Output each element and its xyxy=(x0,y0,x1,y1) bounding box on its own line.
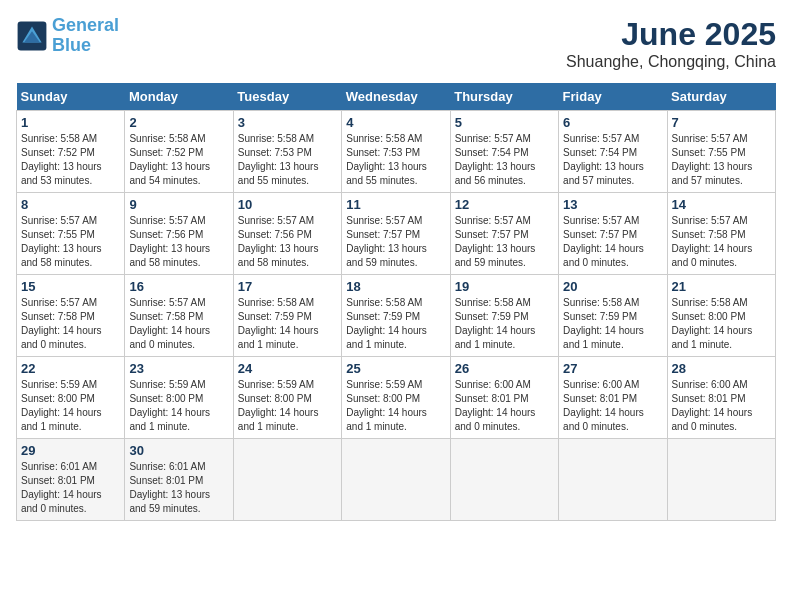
day-number: 3 xyxy=(238,115,337,130)
day-number: 12 xyxy=(455,197,554,212)
day-number: 7 xyxy=(672,115,771,130)
day-number: 2 xyxy=(129,115,228,130)
table-cell xyxy=(559,439,667,521)
day-number: 14 xyxy=(672,197,771,212)
title-block: June 2025 Shuanghe, Chongqing, China xyxy=(566,16,776,71)
day-number: 21 xyxy=(672,279,771,294)
week-row-4: 22Sunrise: 5:59 AMSunset: 8:00 PMDayligh… xyxy=(17,357,776,439)
day-number: 6 xyxy=(563,115,662,130)
day-info: Sunrise: 5:58 AMSunset: 7:53 PMDaylight:… xyxy=(238,132,337,188)
table-cell xyxy=(667,439,775,521)
day-info: Sunrise: 5:58 AMSunset: 7:59 PMDaylight:… xyxy=(455,296,554,352)
logo: General Blue xyxy=(16,16,119,56)
day-info: Sunrise: 5:58 AMSunset: 7:59 PMDaylight:… xyxy=(346,296,445,352)
col-wednesday: Wednesday xyxy=(342,83,450,111)
day-info: Sunrise: 5:57 AMSunset: 7:57 PMDaylight:… xyxy=(563,214,662,270)
col-tuesday: Tuesday xyxy=(233,83,341,111)
day-info: Sunrise: 5:57 AMSunset: 7:56 PMDaylight:… xyxy=(238,214,337,270)
day-info: Sunrise: 5:58 AMSunset: 7:52 PMDaylight:… xyxy=(129,132,228,188)
table-cell xyxy=(342,439,450,521)
day-number: 27 xyxy=(563,361,662,376)
table-cell: 4Sunrise: 5:58 AMSunset: 7:53 PMDaylight… xyxy=(342,111,450,193)
day-info: Sunrise: 5:58 AMSunset: 7:59 PMDaylight:… xyxy=(563,296,662,352)
day-info: Sunrise: 5:57 AMSunset: 7:58 PMDaylight:… xyxy=(129,296,228,352)
day-info: Sunrise: 6:00 AMSunset: 8:01 PMDaylight:… xyxy=(455,378,554,434)
logo-icon xyxy=(16,20,48,52)
table-cell: 12Sunrise: 5:57 AMSunset: 7:57 PMDayligh… xyxy=(450,193,558,275)
day-number: 22 xyxy=(21,361,120,376)
day-info: Sunrise: 5:57 AMSunset: 7:58 PMDaylight:… xyxy=(21,296,120,352)
day-number: 28 xyxy=(672,361,771,376)
table-cell: 29Sunrise: 6:01 AMSunset: 8:01 PMDayligh… xyxy=(17,439,125,521)
day-number: 5 xyxy=(455,115,554,130)
day-number: 9 xyxy=(129,197,228,212)
table-cell: 13Sunrise: 5:57 AMSunset: 7:57 PMDayligh… xyxy=(559,193,667,275)
day-number: 16 xyxy=(129,279,228,294)
day-info: Sunrise: 5:57 AMSunset: 7:54 PMDaylight:… xyxy=(563,132,662,188)
week-row-2: 8Sunrise: 5:57 AMSunset: 7:55 PMDaylight… xyxy=(17,193,776,275)
table-cell: 22Sunrise: 5:59 AMSunset: 8:00 PMDayligh… xyxy=(17,357,125,439)
day-info: Sunrise: 6:01 AMSunset: 8:01 PMDaylight:… xyxy=(21,460,120,516)
day-number: 26 xyxy=(455,361,554,376)
table-cell: 8Sunrise: 5:57 AMSunset: 7:55 PMDaylight… xyxy=(17,193,125,275)
table-cell: 15Sunrise: 5:57 AMSunset: 7:58 PMDayligh… xyxy=(17,275,125,357)
day-info: Sunrise: 5:59 AMSunset: 8:00 PMDaylight:… xyxy=(238,378,337,434)
table-cell: 11Sunrise: 5:57 AMSunset: 7:57 PMDayligh… xyxy=(342,193,450,275)
table-cell: 27Sunrise: 6:00 AMSunset: 8:01 PMDayligh… xyxy=(559,357,667,439)
table-cell: 7Sunrise: 5:57 AMSunset: 7:55 PMDaylight… xyxy=(667,111,775,193)
table-cell: 2Sunrise: 5:58 AMSunset: 7:52 PMDaylight… xyxy=(125,111,233,193)
table-cell: 9Sunrise: 5:57 AMSunset: 7:56 PMDaylight… xyxy=(125,193,233,275)
table-cell: 23Sunrise: 5:59 AMSunset: 8:00 PMDayligh… xyxy=(125,357,233,439)
table-cell: 30Sunrise: 6:01 AMSunset: 8:01 PMDayligh… xyxy=(125,439,233,521)
day-info: Sunrise: 5:58 AMSunset: 7:52 PMDaylight:… xyxy=(21,132,120,188)
table-cell: 6Sunrise: 5:57 AMSunset: 7:54 PMDaylight… xyxy=(559,111,667,193)
day-info: Sunrise: 6:01 AMSunset: 8:01 PMDaylight:… xyxy=(129,460,228,516)
day-info: Sunrise: 5:57 AMSunset: 7:57 PMDaylight:… xyxy=(455,214,554,270)
col-sunday: Sunday xyxy=(17,83,125,111)
day-info: Sunrise: 5:57 AMSunset: 7:56 PMDaylight:… xyxy=(129,214,228,270)
day-number: 4 xyxy=(346,115,445,130)
day-info: Sunrise: 5:59 AMSunset: 8:00 PMDaylight:… xyxy=(129,378,228,434)
table-cell: 21Sunrise: 5:58 AMSunset: 8:00 PMDayligh… xyxy=(667,275,775,357)
page-header: General Blue June 2025 Shuanghe, Chongqi… xyxy=(16,16,776,71)
day-number: 8 xyxy=(21,197,120,212)
day-number: 24 xyxy=(238,361,337,376)
day-info: Sunrise: 5:58 AMSunset: 8:00 PMDaylight:… xyxy=(672,296,771,352)
day-number: 23 xyxy=(129,361,228,376)
table-cell: 14Sunrise: 5:57 AMSunset: 7:58 PMDayligh… xyxy=(667,193,775,275)
col-monday: Monday xyxy=(125,83,233,111)
day-info: Sunrise: 5:57 AMSunset: 7:58 PMDaylight:… xyxy=(672,214,771,270)
col-thursday: Thursday xyxy=(450,83,558,111)
table-cell: 1Sunrise: 5:58 AMSunset: 7:52 PMDaylight… xyxy=(17,111,125,193)
table-cell: 19Sunrise: 5:58 AMSunset: 7:59 PMDayligh… xyxy=(450,275,558,357)
day-info: Sunrise: 5:58 AMSunset: 7:59 PMDaylight:… xyxy=(238,296,337,352)
day-number: 29 xyxy=(21,443,120,458)
day-info: Sunrise: 5:57 AMSunset: 7:55 PMDaylight:… xyxy=(672,132,771,188)
table-cell xyxy=(450,439,558,521)
table-cell: 24Sunrise: 5:59 AMSunset: 8:00 PMDayligh… xyxy=(233,357,341,439)
day-number: 15 xyxy=(21,279,120,294)
col-friday: Friday xyxy=(559,83,667,111)
table-cell: 10Sunrise: 5:57 AMSunset: 7:56 PMDayligh… xyxy=(233,193,341,275)
table-cell: 16Sunrise: 5:57 AMSunset: 7:58 PMDayligh… xyxy=(125,275,233,357)
week-row-3: 15Sunrise: 5:57 AMSunset: 7:58 PMDayligh… xyxy=(17,275,776,357)
table-cell: 25Sunrise: 5:59 AMSunset: 8:00 PMDayligh… xyxy=(342,357,450,439)
day-info: Sunrise: 6:00 AMSunset: 8:01 PMDaylight:… xyxy=(672,378,771,434)
day-number: 18 xyxy=(346,279,445,294)
day-info: Sunrise: 5:57 AMSunset: 7:57 PMDaylight:… xyxy=(346,214,445,270)
location-subtitle: Shuanghe, Chongqing, China xyxy=(566,53,776,71)
week-row-5: 29Sunrise: 6:01 AMSunset: 8:01 PMDayligh… xyxy=(17,439,776,521)
calendar-table: Sunday Monday Tuesday Wednesday Thursday… xyxy=(16,83,776,521)
day-info: Sunrise: 5:57 AMSunset: 7:54 PMDaylight:… xyxy=(455,132,554,188)
table-cell: 20Sunrise: 5:58 AMSunset: 7:59 PMDayligh… xyxy=(559,275,667,357)
day-info: Sunrise: 5:58 AMSunset: 7:53 PMDaylight:… xyxy=(346,132,445,188)
day-number: 1 xyxy=(21,115,120,130)
day-number: 19 xyxy=(455,279,554,294)
table-cell xyxy=(233,439,341,521)
table-cell: 18Sunrise: 5:58 AMSunset: 7:59 PMDayligh… xyxy=(342,275,450,357)
table-cell: 17Sunrise: 5:58 AMSunset: 7:59 PMDayligh… xyxy=(233,275,341,357)
day-number: 13 xyxy=(563,197,662,212)
day-info: Sunrise: 5:59 AMSunset: 8:00 PMDaylight:… xyxy=(346,378,445,434)
day-info: Sunrise: 6:00 AMSunset: 8:01 PMDaylight:… xyxy=(563,378,662,434)
table-cell: 28Sunrise: 6:00 AMSunset: 8:01 PMDayligh… xyxy=(667,357,775,439)
